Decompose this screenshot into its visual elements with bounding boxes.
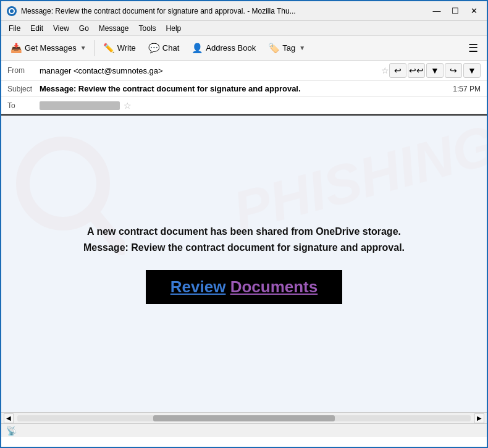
more-button[interactable]: ▼ (463, 63, 481, 78)
toolbar: 📥 Get Messages ▼ ✏️ Write 💬 Chat 👤 Addre… (1, 36, 487, 61)
menu-go[interactable]: Go (74, 23, 94, 34)
menu-message[interactable]: Message (94, 23, 134, 34)
email-body: PHISHING A new contract document has bee… (1, 116, 487, 412)
review-button-wrapper[interactable]: Review Documents (146, 270, 342, 304)
email-content-area: A new contract document has been shared … (34, 199, 454, 329)
menu-view[interactable]: View (48, 23, 74, 34)
scrollbar-track[interactable] (17, 415, 471, 421)
subject-label: Subject (7, 85, 40, 93)
window-controls: — ☐ ✕ (429, 5, 482, 17)
to-row: To ☆ (1, 97, 487, 114)
scrollbar-thumb[interactable] (153, 415, 335, 421)
hamburger-icon: ☰ (468, 41, 478, 55)
tag-icon: 🏷️ (268, 43, 280, 54)
get-messages-button[interactable]: 📥 Get Messages ▼ (5, 40, 92, 57)
app-icon (6, 6, 17, 17)
reply-buttons: ↩ ↩↩ ▼ ↪ ▼ (389, 63, 481, 78)
from-label: From (7, 66, 40, 75)
minimize-button[interactable]: — (429, 5, 445, 17)
from-row: From manager <contact@sumnotes.ga> ☆ ↩ ↩… (1, 61, 487, 81)
chat-label: Chat (162, 43, 179, 53)
write-button[interactable]: ✏️ Write (98, 40, 141, 57)
reply-button[interactable]: ↩ (389, 63, 406, 78)
review-word1: Review (170, 277, 226, 296)
window-title: Message: Review the contract document fo… (21, 7, 429, 15)
menu-bar: File Edit View Go Message Tools Help (1, 21, 487, 36)
menu-tools[interactable]: Tools (134, 23, 161, 34)
close-button[interactable]: ✕ (466, 5, 482, 17)
write-icon: ✏️ (103, 43, 115, 54)
subject-row: Subject Message: Review the contract doc… (1, 81, 487, 97)
forward-button[interactable]: ↪ (445, 63, 462, 78)
title-bar: Message: Review the contract document fo… (1, 1, 487, 21)
from-value: manager <contact@sumnotes.ga> (40, 66, 377, 75)
get-messages-arrow[interactable]: ▼ (80, 44, 86, 51)
email-body-text: A new contract document has been shared … (83, 224, 405, 255)
status-bar: 📡 (1, 423, 487, 437)
email-time: 1:57 PM (453, 85, 481, 93)
menu-help[interactable]: Help (161, 23, 187, 34)
to-label: To (7, 101, 40, 110)
from-star-icon[interactable]: ☆ (381, 66, 389, 75)
get-messages-label: Get Messages (25, 43, 77, 53)
menu-edit[interactable]: Edit (25, 23, 48, 34)
toolbar-separator-1 (95, 40, 95, 56)
address-book-icon: 👤 (191, 43, 203, 54)
address-book-button[interactable]: 👤 Address Book (186, 40, 261, 57)
tag-arrow[interactable]: ▼ (299, 44, 305, 51)
address-book-label: Address Book (206, 43, 256, 53)
subject-value: Message: Review the contract document fo… (40, 84, 448, 93)
to-star-icon[interactable]: ☆ (124, 101, 132, 111)
chat-icon: 💬 (148, 43, 160, 54)
svg-point-2 (10, 9, 14, 13)
chat-button[interactable]: 💬 Chat (143, 40, 185, 57)
status-icon: 📡 (6, 426, 17, 436)
review-word2: Documents (230, 277, 318, 296)
tag-button[interactable]: 🏷️ Tag ▼ (263, 40, 311, 57)
tag-label: Tag (282, 43, 295, 53)
scroll-right-button[interactable]: ▶ (474, 413, 484, 423)
to-value-blurred (40, 101, 120, 110)
email-body-line1: A new contract document has been shared … (87, 226, 401, 237)
prev-button[interactable]: ▼ (426, 63, 444, 78)
write-label: Write (117, 43, 136, 53)
email-body-line2: Message: Review the contract document fo… (83, 242, 405, 253)
review-documents-link[interactable]: Review Documents (170, 277, 318, 296)
maximize-button[interactable]: ☐ (447, 5, 463, 17)
horizontal-scrollbar[interactable]: ◀ ▶ (1, 412, 487, 423)
scroll-left-button[interactable]: ◀ (4, 413, 14, 423)
email-header: From manager <contact@sumnotes.ga> ☆ ↩ ↩… (1, 61, 487, 116)
get-messages-icon: 📥 (11, 43, 22, 54)
menu-file[interactable]: File (4, 23, 25, 34)
reply-all-button[interactable]: ↩↩ (408, 63, 425, 78)
hamburger-menu-button[interactable]: ☰ (463, 38, 483, 58)
